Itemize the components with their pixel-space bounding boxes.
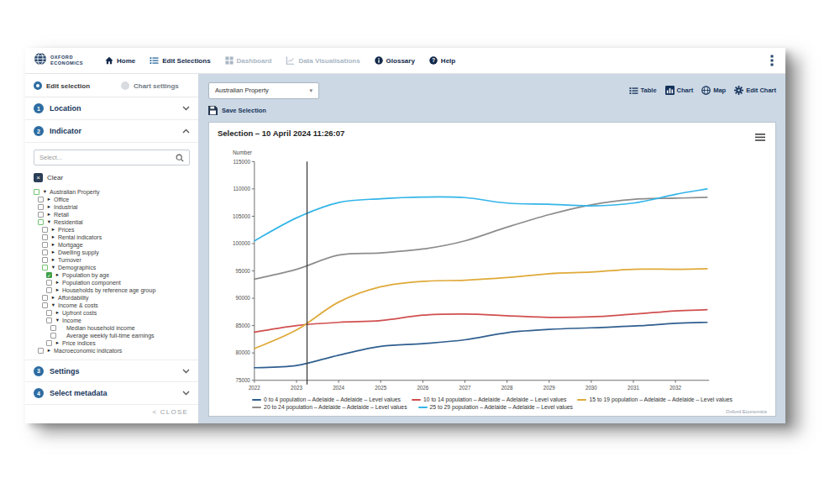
- legend-item-4[interactable]: 25 to 29 population – Adelaide – Adelaid…: [418, 404, 573, 410]
- nav-item-edit-selections[interactable]: Edit Selections: [150, 56, 210, 65]
- checkbox-unchecked[interactable]: [42, 242, 48, 248]
- expander-collapsed-icon[interactable]: ▸: [46, 348, 52, 354]
- view-button-table[interactable]: Table: [629, 87, 657, 95]
- save-selection-button[interactable]: Save Selection: [208, 106, 776, 115]
- checkbox-unchecked[interactable]: [42, 257, 48, 263]
- tree-item-population-by-age[interactable]: ✓ ▸ Population by age: [34, 271, 190, 279]
- view-button-edit-chart[interactable]: Edit Chart: [734, 86, 776, 95]
- section-location[interactable]: 1 Location: [25, 97, 198, 120]
- tree-item-rental-indicators[interactable]: ▸ Rental indicators: [34, 234, 190, 241]
- checkbox-indeterminate[interactable]: [42, 265, 48, 270]
- legend-label: 10 to 14 population – Adelaide – Adelaid…: [423, 396, 566, 402]
- edit-selection-radio[interactable]: Edit selection: [34, 81, 121, 90]
- tree-item-population-component[interactable]: ▸ Population component: [34, 279, 190, 286]
- checkbox-unchecked[interactable]: [50, 333, 56, 339]
- dataset-dropdown[interactable]: Australian Property ▾: [208, 82, 319, 99]
- expander-collapsed-icon[interactable]: ▸: [50, 249, 56, 255]
- expander-collapsed-icon[interactable]: ▸: [50, 242, 56, 248]
- tree-item-office[interactable]: ▸ Office: [34, 196, 190, 203]
- tree-item-demographics[interactable]: ▾ Demographics: [34, 264, 190, 271]
- checkbox-unchecked[interactable]: [42, 295, 48, 301]
- tree-item-price-indices[interactable]: ▸ Price indices: [34, 339, 190, 347]
- checkbox-unchecked[interactable]: [38, 197, 44, 202]
- nav-item-data-visualisations[interactable]: Data Visualisations: [286, 56, 360, 65]
- checkbox-unchecked[interactable]: [46, 340, 52, 346]
- checkbox-unchecked[interactable]: [38, 212, 44, 218]
- nav-item-glossary[interactable]: Glossary: [375, 56, 415, 65]
- section-settings[interactable]: 3 Settings: [25, 360, 198, 382]
- svg-text:105000: 105000: [233, 213, 250, 219]
- nav-item-home[interactable]: Home: [105, 56, 135, 65]
- tree-item-turnover[interactable]: ▸ Turnover: [34, 256, 190, 264]
- tree-item-prices[interactable]: ▸ Prices: [34, 226, 190, 234]
- close-sidebar-button[interactable]: < CLOSE: [25, 408, 198, 423]
- view-button-map[interactable]: Map: [701, 86, 726, 95]
- checkbox-unchecked[interactable]: [42, 234, 48, 240]
- legend-item-1[interactable]: 10 to 14 population – Adelaide – Adelaid…: [412, 396, 566, 402]
- expander-collapsed-icon[interactable]: ▸: [46, 212, 52, 218]
- chart-context-menu-icon[interactable]: [753, 129, 767, 145]
- tree-item-industrial[interactable]: ▸ Industrial: [34, 203, 190, 211]
- tree-item-mortgage[interactable]: ▸ Mortgage: [34, 241, 190, 249]
- expander-collapsed-icon[interactable]: ▸: [50, 227, 56, 233]
- expander-collapsed-icon[interactable]: ▸: [55, 340, 60, 346]
- search-input[interactable]: [39, 154, 172, 161]
- section-indicator[interactable]: 2 Indicator: [25, 120, 198, 143]
- section-number-badge: 2: [34, 126, 44, 136]
- expander-expanded-icon[interactable]: ▾: [42, 189, 48, 195]
- section-number-badge: 4: [34, 388, 44, 398]
- checkbox-indeterminate[interactable]: [38, 219, 44, 225]
- expander-collapsed-icon[interactable]: ▸: [55, 280, 60, 286]
- expander-collapsed-icon[interactable]: ▸: [46, 197, 52, 202]
- expander-expanded-icon[interactable]: ▾: [50, 302, 56, 308]
- checkbox-indeterminate[interactable]: [34, 189, 39, 195]
- tree-item-label: Population component: [62, 280, 121, 286]
- legend-item-0[interactable]: 0 to 4 population – Adelaide – Adelaide …: [252, 396, 401, 402]
- checkbox-unchecked[interactable]: [46, 318, 52, 323]
- expander-expanded-icon[interactable]: ▾: [50, 265, 56, 270]
- tree-item-retail[interactable]: ▸ Retail: [34, 211, 190, 218]
- kebab-menu-icon[interactable]: [767, 53, 777, 68]
- expander-expanded-icon[interactable]: ▾: [46, 219, 52, 225]
- tree-item-residential[interactable]: ▾ Residential: [34, 218, 190, 226]
- dataset-dropdown-value: Australian Property: [215, 87, 309, 94]
- tree-item-label: Rental indicators: [58, 234, 102, 240]
- nav-item-dashboard[interactable]: Dashboard: [225, 56, 272, 65]
- tree-item-median-household-income[interactable]: Median household income: [34, 324, 190, 332]
- tree-item-dwelling-supply[interactable]: ▸ Dwelling supply: [34, 249, 190, 256]
- legend-item-3[interactable]: 20 to 24 population – Adelaide – Adelaid…: [252, 404, 407, 410]
- view-button-chart[interactable]: Chart: [665, 86, 694, 95]
- oxford-economics-logo[interactable]: OXFORD ECONOMICS: [34, 52, 83, 69]
- expander-collapsed-icon[interactable]: ▸: [50, 257, 56, 263]
- tree-item-income[interactable]: ▾ Income: [34, 317, 190, 324]
- tree-item-australian-property[interactable]: ▾ Australian Property: [34, 188, 190, 196]
- expander-expanded-icon[interactable]: ▾: [55, 318, 60, 323]
- checkbox-unchecked[interactable]: [46, 287, 52, 293]
- tree-item-income-costs[interactable]: ▾ Income & costs: [34, 302, 190, 309]
- checkbox-unchecked[interactable]: [38, 204, 44, 210]
- checkbox-unchecked[interactable]: [42, 302, 48, 308]
- expander-collapsed-icon[interactable]: ▸: [50, 295, 56, 301]
- tree-item-upfront-costs[interactable]: ▸ Upfront costs: [34, 309, 190, 317]
- legend-item-2[interactable]: 15 to 19 population – Adelaide – Adelaid…: [577, 396, 732, 402]
- expander-collapsed-icon[interactable]: ▸: [46, 204, 52, 210]
- expander-collapsed-icon[interactable]: ▸: [55, 272, 60, 278]
- tree-item-macroeconomic-indicators[interactable]: ▸ Macroeconomic indicators: [34, 347, 190, 354]
- checkbox-checked[interactable]: ✓: [46, 272, 52, 278]
- expander-collapsed-icon[interactable]: ▸: [55, 287, 60, 293]
- tree-item-affordability[interactable]: ▸ Affordability: [34, 294, 190, 302]
- clear-button[interactable]: × Clear: [34, 173, 190, 182]
- checkbox-unchecked[interactable]: [50, 325, 56, 331]
- checkbox-unchecked[interactable]: [42, 249, 48, 255]
- expander-collapsed-icon[interactable]: ▸: [55, 310, 60, 316]
- nav-item-help[interactable]: ? Help: [429, 56, 455, 65]
- checkbox-unchecked[interactable]: [38, 348, 44, 354]
- chart-settings-radio[interactable]: Chart settings: [121, 81, 179, 90]
- tree-item-households-by-reference-age-group[interactable]: ▸ Households by reference age group: [34, 286, 190, 294]
- expander-collapsed-icon[interactable]: ▸: [50, 234, 56, 240]
- checkbox-unchecked[interactable]: [46, 280, 52, 286]
- tree-item-average-weekly-full-time-earnings[interactable]: Average weekly full-time earnings: [34, 332, 190, 339]
- checkbox-unchecked[interactable]: [42, 227, 48, 233]
- section-select-metadata[interactable]: 4 Select metadata: [25, 382, 198, 405]
- checkbox-unchecked[interactable]: [46, 310, 52, 316]
